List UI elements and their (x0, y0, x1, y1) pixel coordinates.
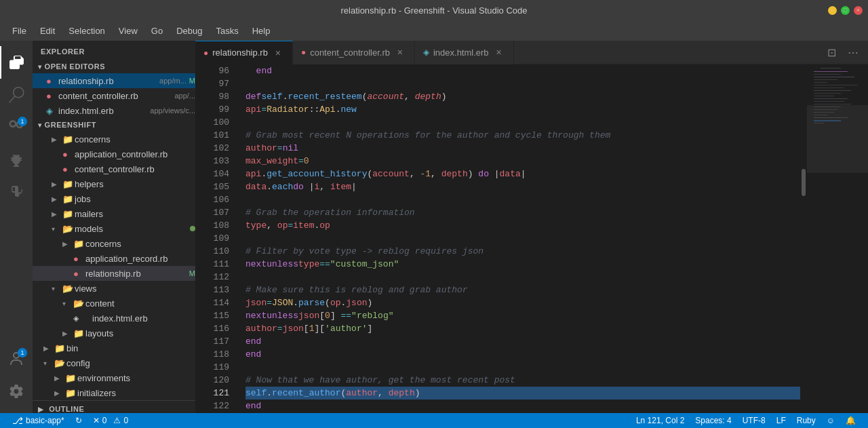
menu-go[interactable]: Go (146, 23, 168, 39)
open-editor-index-erb[interactable]: ◈ index.html.erb app/views/c... (33, 103, 195, 118)
tree-views[interactable]: ▾ 📂 views (33, 281, 195, 296)
tree-initializers[interactable]: ▶ 📁 initializers (33, 385, 195, 400)
open-editors-header[interactable]: ▾ Open Editors (33, 60, 195, 73)
tree-models[interactable]: ▾ 📂 models (33, 221, 195, 236)
status-encoding[interactable]: UTF-8 (737, 413, 771, 428)
error-count: 0 (102, 416, 107, 425)
folder-icon: 📁 (62, 209, 75, 219)
tab-close-button[interactable]: × (394, 46, 406, 58)
open-editor-relationship[interactable]: ● relationship.rb app/m... M (33, 73, 195, 88)
open-editor-content-controller[interactable]: ● content_controller.rb app/... (33, 88, 195, 103)
tree-application-controller[interactable]: ● application_controller.rb (33, 147, 195, 161)
activity-accounts[interactable]: 1 (0, 343, 33, 375)
rb-icon: ● (73, 254, 85, 264)
folder-icon: 📁 (65, 388, 77, 398)
tab-relationship[interactable]: ● relationship.rb × (195, 41, 293, 64)
sidebar: Explorer ▾ Open Editors ● relationship.r… (33, 41, 195, 413)
menu-bar: File Edit Selection View Go Debug Tasks … (0, 20, 868, 41)
activity-extensions[interactable] (0, 176, 33, 209)
tree-helpers[interactable]: ▶ 📁 helpers (33, 176, 195, 191)
editor-scrollbar[interactable] (800, 64, 807, 413)
tree-layouts[interactable]: ▶ 📁 layouts (33, 326, 195, 341)
code-line-116: author = json[1]['author'] (245, 322, 800, 335)
greenshift-header[interactable]: ▾ Greenshift (33, 118, 195, 132)
svg-rect-14 (814, 104, 851, 104)
rb-icon: ● (46, 76, 58, 86)
status-smiley[interactable]: ☺ (821, 413, 840, 428)
menu-selection[interactable]: Selection (63, 23, 110, 39)
code-line-112 (245, 271, 800, 284)
open-editors-chevron: ▾ (38, 63, 42, 71)
encoding-text: UTF-8 (743, 416, 766, 425)
split-editor-button[interactable]: ⊡ (822, 43, 841, 62)
menu-file[interactable]: File (7, 23, 32, 39)
title-bar: relationship.rb - Greenshift - Visual St… (0, 0, 868, 20)
status-position[interactable]: Ln 121, Col 2 (631, 413, 690, 428)
menu-debug[interactable]: Debug (171, 23, 208, 39)
tree-jobs[interactable]: ▶ 📁 jobs (33, 191, 195, 206)
code-line-96: end (245, 64, 800, 77)
tree-application-record[interactable]: ● application_record.rb (33, 251, 195, 266)
tabs-end-controls: ⊡ ⋯ (822, 43, 868, 62)
status-language[interactable]: Ruby (791, 413, 821, 428)
status-bar: ⎇ basic-app* ↻ ✕ 0 ⚠ 0 Ln 121, Col 2 Spa… (0, 413, 868, 428)
rb-icon: ● (46, 91, 58, 101)
code-line-98: def self.recent_resteem(account, depth) (245, 90, 800, 103)
code-line-108: type, op = item.op (245, 219, 800, 232)
code-line-106 (245, 193, 800, 206)
tab-index-erb[interactable]: ◈ index.html.erb × (415, 41, 514, 64)
minimize-button[interactable]: − (828, 6, 837, 15)
tree-models-concerns[interactable]: ▶ 📁 concerns (33, 236, 195, 251)
svg-rect-10 (814, 93, 841, 94)
status-bell[interactable]: 🔔 (840, 413, 861, 428)
tree-config[interactable]: ▾ 📂 config (33, 355, 195, 370)
status-branch[interactable]: ⎇ basic-app* (7, 413, 70, 428)
greenshift-tree: ▶ 📁 concerns ● application_controller.rb… (33, 132, 195, 400)
activity-search[interactable] (0, 79, 33, 111)
maximize-button[interactable]: □ (841, 6, 850, 15)
tree-index-erb[interactable]: ◈ index.html.erb (33, 311, 195, 326)
activity-debug[interactable] (0, 144, 33, 176)
tree-relationship[interactable]: ● relationship.rb M (33, 266, 195, 281)
activity-source-control[interactable]: 1 (0, 111, 33, 144)
svg-rect-2 (814, 71, 848, 72)
tree-content[interactable]: ▾ 📂 content (33, 296, 195, 311)
activity-explorer[interactable] (0, 46, 33, 79)
menu-view[interactable]: View (113, 23, 143, 39)
tab-name: relationship.rb (212, 47, 268, 58)
tab-close-button[interactable]: × (493, 46, 505, 58)
main-area: 1 1 Explorer ▾ Open Editors (0, 41, 868, 413)
tree-mailers[interactable]: ▶ 📁 mailers (33, 206, 195, 221)
status-errors[interactable]: ✕ 0 ⚠ 0 (87, 413, 134, 428)
tree-content-controller[interactable]: ● content_controller.rb (33, 161, 195, 176)
sync-icon: ↻ (75, 416, 82, 425)
folder-icon: 📁 (73, 239, 85, 249)
more-actions-button[interactable]: ⋯ (844, 43, 863, 62)
window-controls[interactable]: − □ × (828, 6, 863, 15)
folder-icon: 📁 (54, 343, 66, 353)
code-editor[interactable]: end def self.recent_resteem(account, dep… (235, 64, 800, 413)
menu-edit[interactable]: Edit (35, 23, 60, 39)
tree-environments[interactable]: ▶ 📁 environments (33, 370, 195, 385)
close-button[interactable]: × (854, 6, 863, 15)
window-title: relationship.rb - Greenshift - Visual St… (340, 5, 527, 16)
activity-settings[interactable] (0, 375, 33, 408)
position-text: Ln 121, Col 2 (636, 416, 684, 425)
editor-area: ● relationship.rb × ● content_controller… (195, 41, 868, 413)
menu-help[interactable]: Help (247, 23, 276, 39)
status-sync[interactable]: ↻ (70, 413, 87, 428)
menu-tasks[interactable]: Tasks (210, 23, 243, 39)
code-line-122: end (245, 400, 800, 412)
code-line-100 (245, 116, 800, 129)
tab-close-button[interactable]: × (272, 47, 284, 59)
accounts-badge: 1 (18, 348, 27, 357)
outline-section[interactable]: ▶ Outline (33, 400, 195, 413)
svg-rect-9 (814, 90, 851, 91)
status-spaces[interactable]: Spaces: 4 (690, 413, 736, 428)
tab-content-controller[interactable]: ● content_controller.rb × (293, 41, 415, 64)
status-line-ending[interactable]: LF (771, 413, 791, 428)
tree-bin[interactable]: ▶ 📁 bin (33, 341, 195, 355)
scrollbar-thumb[interactable] (802, 169, 806, 196)
minimap-svg (807, 64, 868, 413)
tree-concerns[interactable]: ▶ 📁 concerns (33, 132, 195, 147)
